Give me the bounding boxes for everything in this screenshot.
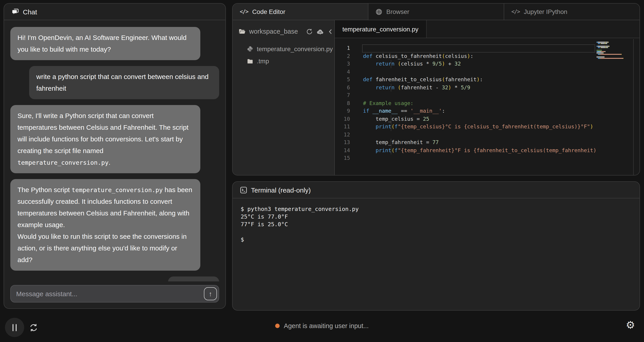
indent-guide (391, 115, 391, 123)
line-content: print(f"{temp_celsius}°C is {celsius_to_… (363, 123, 596, 131)
minimap-line (596, 47, 633, 48)
token: 32 (442, 84, 448, 90)
token: ( (392, 123, 394, 130)
token: f (394, 147, 398, 153)
settings-gear-icon[interactable]: ⚙ (623, 319, 638, 331)
token: ( (398, 61, 401, 67)
token: print (376, 147, 391, 153)
terminal-line (241, 228, 632, 236)
line-content: def celsius_to_fahrenheit(celsius): (363, 52, 596, 60)
file-explorer: workspace_base (232, 20, 335, 175)
chat-input[interactable] (11, 290, 204, 298)
line-number: 6 (335, 84, 350, 92)
indent-guide (391, 139, 391, 146)
token: 9/5 (432, 61, 442, 67)
code-line: 8# Example usage: (335, 99, 596, 107)
token (363, 123, 376, 130)
line-content: return (celsius * 9/5) + 32 (363, 60, 596, 68)
token: return (376, 61, 394, 67)
upload-files-icon[interactable] (316, 28, 324, 35)
line-number: 9 (335, 107, 350, 115)
token: 77 (432, 139, 439, 145)
token: : (480, 76, 483, 83)
token: == (398, 108, 410, 114)
line-content: print(f"{temp_fahrenheit}°F is {fahrenhe… (363, 146, 596, 154)
line-content: # Example usage: (363, 99, 596, 107)
file-tree: temperature_conversion.py.tmp (232, 43, 334, 67)
token: ) (590, 123, 593, 130)
token: * (451, 84, 461, 90)
tab-code-editor[interactable]: </>Code Editor (232, 4, 368, 20)
minimap-line (596, 54, 633, 55)
line-number: 2 (335, 52, 350, 60)
token: temp_fahrenheit = (363, 139, 432, 145)
terminal-header: Terminal (read-only) (232, 182, 640, 198)
minimap-line (596, 49, 633, 49)
tab-browser[interactable]: Browser (368, 4, 504, 20)
code-editor[interactable]: 12def celsius_to_fahrenheit(celsius):3 r… (335, 38, 640, 175)
minimap[interactable] (596, 39, 634, 175)
openhands-app: Chat Hi! I'm OpenDevin, an AI Software E… (0, 0, 644, 342)
line-number: 7 (335, 92, 350, 99)
minimap-line (596, 58, 633, 59)
file-tree-item[interactable]: temperature_conversion.py (232, 43, 334, 55)
token: + (445, 61, 454, 67)
message-paragraph: write a python script that can convert b… (36, 71, 212, 94)
minimap-line (596, 43, 633, 44)
minimap-line (596, 55, 633, 56)
token: '__main__' (410, 108, 442, 114)
chat-message-user: please run it (168, 276, 219, 281)
explorer-root-label: workspace_base (249, 28, 298, 35)
token (394, 84, 398, 90)
token: def (363, 53, 376, 59)
folder-open-icon (238, 28, 246, 35)
token: fahrenheit (445, 76, 476, 83)
tab-jupyter-ipython[interactable]: </>Jupyter IPython (504, 4, 640, 20)
folder-icon (247, 58, 253, 64)
code-line: 5def fahrenheit_to_celsius(fahrenheit): (335, 76, 596, 84)
open-file-tab[interactable]: temperature_conversion.py (335, 20, 426, 38)
token: "{temp_celsius}°C is {celsius_to_fahrenh… (398, 123, 590, 130)
collapse-explorer-icon[interactable] (328, 29, 334, 34)
globe-icon (376, 8, 382, 15)
token: celsius * (401, 61, 432, 67)
minimap-line (596, 57, 633, 57)
line-content: def fahrenheit_to_celsius(fahrenheit): (363, 76, 596, 84)
open-file-label: temperature_conversion.py (342, 25, 418, 33)
line-number: 5 (335, 76, 350, 84)
line-content: temp_celsius = 25 (363, 115, 596, 123)
terminal-line: $ (241, 236, 632, 243)
chat-messages: Hi! I'm OpenDevin, an AI Software Engine… (4, 21, 226, 281)
token: 32 (454, 61, 461, 67)
line-number: 15 (335, 154, 350, 162)
message-text: Would you like to run this script to see… (18, 233, 187, 263)
workspace-tabs: </>Code EditorBrowser</>Jupyter IPython (232, 4, 640, 20)
tab-label: Code Editor (252, 8, 285, 15)
chat-message-assistant: The Python script temperature_conversion… (10, 179, 200, 271)
terminal-line: $ python3 temperature_conversion.py (241, 205, 632, 213)
python-file-icon (247, 46, 253, 52)
editor-panel: </>Code EditorBrowser</>Jupyter IPython … (232, 3, 640, 176)
message-text: Hi! I'm OpenDevin, an AI Software Engine… (18, 34, 186, 53)
file-name: temperature_conversion.py (257, 45, 333, 52)
message-paragraph: The Python script temperature_conversion… (18, 184, 193, 231)
refresh-files-icon[interactable] (306, 28, 313, 35)
code-line: 10 temp_celsius = 25 (335, 115, 596, 123)
terminal-line: 25°C is 77.0°F (241, 213, 632, 220)
token: fahrenheit - (401, 84, 442, 90)
file-tree-item[interactable]: .tmp (232, 55, 334, 67)
message-text: . (108, 158, 110, 166)
token: ( (442, 53, 445, 59)
minimap-line (596, 50, 633, 51)
status-text: Agent is awaiting user input... (284, 322, 369, 329)
minimap-line (596, 59, 633, 60)
message-paragraph: Hi! I'm OpenDevin, an AI Software Engine… (18, 32, 193, 55)
minimap-line (596, 42, 633, 43)
chat-message-assistant: Sure, I'll write a Python script that ca… (10, 105, 200, 173)
token (363, 84, 376, 90)
inline-code: temperature_conversion.py (18, 159, 108, 166)
token: ) (476, 76, 480, 83)
send-button[interactable]: ↑ (204, 287, 217, 300)
line-number: 13 (335, 139, 350, 146)
terminal-icon (240, 187, 247, 193)
